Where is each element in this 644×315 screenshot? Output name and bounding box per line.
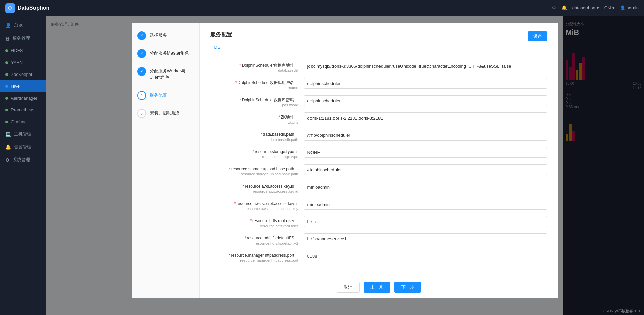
sidebar-item-label: 总览 xyxy=(14,22,23,28)
field-label-11: *resource.hdfs.fs.defaultFS： resource.hd… xyxy=(210,233,298,245)
field-label-5: *data.basedir.path： data.basedir.path xyxy=(210,130,298,142)
sidebar-item-overview[interactable]: 👤 总览 xyxy=(0,19,46,32)
tab-ds[interactable]: DS xyxy=(210,43,225,52)
step-5-circle: 5 xyxy=(137,109,146,118)
field-label-9: *resource.aws.secret.access.key： resourc… xyxy=(210,199,298,211)
step-2: ✓ 分配服务Master角色 xyxy=(137,49,194,67)
form-row-4: *ZK地址： zkUrls xyxy=(210,112,547,124)
field-input-5[interactable] xyxy=(304,130,547,141)
sidebar-item-label: 主机管理 xyxy=(14,131,31,137)
step-3: ✓ 分配服务Worker与Client角色 xyxy=(137,67,194,91)
form-row-8: *resource.aws.access.key.id： resource.aw… xyxy=(210,182,547,193)
step-2-label: 分配服务Master角色 xyxy=(150,50,189,56)
sidebar-item-hdfs[interactable]: HDFS xyxy=(0,45,46,57)
field-label-6: *resource.storage.type： resource.storage… xyxy=(210,147,298,159)
step-1: ✓ 选择服务 xyxy=(137,31,194,49)
sidebar-item-label: 服务管理 xyxy=(13,35,30,41)
field-label-8: *resource.aws.access.key.id： resource.aw… xyxy=(210,182,298,193)
step-2-circle: ✓ xyxy=(137,49,146,58)
cancel-button[interactable]: 取消 xyxy=(337,282,360,293)
sidebar-item-host-mgmt[interactable]: 💻 主机管理 xyxy=(0,128,46,141)
dot-icon xyxy=(5,97,8,100)
user-dropdown[interactable]: datasophon ▾ xyxy=(572,5,599,10)
form-row-9: *resource.aws.secret.access.key： resourc… xyxy=(210,199,547,211)
field-label-4: *ZK地址： zkUrls xyxy=(210,112,298,124)
overview-icon: 👤 xyxy=(5,23,11,28)
bell-icon[interactable]: 🔔 xyxy=(561,5,567,10)
field-input-12[interactable] xyxy=(304,251,547,261)
modal-overlay: ✓ 选择服务 ✓ 分配服务Master角色 ✓ xyxy=(46,16,644,315)
field-label-7: *resource.storage.upload.base.path： reso… xyxy=(210,164,298,176)
host-mgmt-icon: 💻 xyxy=(5,131,11,137)
form-row-1: *DolphinScheduler数据库地址： databaseUrl xyxy=(210,61,547,72)
sidebar: 👤 总览 ▦ 服务管理 HDFS YARN ZooKeeper Hive Ale… xyxy=(0,16,46,315)
dot-icon xyxy=(5,49,8,52)
modal-inner: 服务配置 保存 DS *DolphinScheduler数据库地址： datab… xyxy=(200,23,558,298)
form-row-3: *DolphinScheduler数据库密码： password xyxy=(210,95,547,107)
step-1-label: 选择服务 xyxy=(150,32,167,38)
field-label-2: *DolphinScheduler数据库用户名： username xyxy=(210,78,298,90)
sidebar-item-label: 系统管理 xyxy=(13,157,30,163)
form-area: 服务配置 保存 DS *DolphinScheduler数据库地址： datab… xyxy=(200,23,558,276)
sidebar-item-yarn[interactable]: YARN xyxy=(0,57,46,68)
form-title: 服务配置 xyxy=(210,31,232,38)
field-input-10[interactable] xyxy=(304,216,547,227)
prev-button[interactable]: 上一步 xyxy=(364,282,390,293)
sidebar-item-alert-mgmt[interactable]: 🔔 告警管理 xyxy=(0,141,46,153)
logo-icon: ⬡ xyxy=(5,3,15,13)
tab-bar: DS xyxy=(210,43,547,52)
service-mgmt-icon: ▦ xyxy=(5,36,10,41)
sidebar-item-service-mgmt[interactable]: ▦ 服务管理 xyxy=(0,32,46,45)
top-header: ⬡ DataSophon ⚙ 🔔 datasophon ▾ CN ▾ 👤 adm… xyxy=(0,0,644,16)
sidebar-item-prometheus[interactable]: Prometheus xyxy=(0,104,46,116)
lang-dropdown[interactable]: CN ▾ xyxy=(604,5,615,10)
step-4: 4 服务配置 xyxy=(137,91,194,109)
sidebar-item-label: AlertManager xyxy=(11,96,37,101)
field-input-4[interactable] xyxy=(304,112,547,123)
sidebar-item-zookeeper[interactable]: ZooKeeper xyxy=(0,68,46,80)
dot-icon xyxy=(5,121,8,123)
sidebar-item-label: Prometheus xyxy=(11,107,34,112)
form-row-10: *resource.hdfs.root.user： resource.hdfs.… xyxy=(210,216,547,228)
dot-icon xyxy=(5,73,8,76)
step-4-label: 服务配置 xyxy=(150,92,167,98)
sidebar-item-sys-mgmt[interactable]: ⚙ 系统管理 xyxy=(0,153,46,166)
field-input-1[interactable] xyxy=(304,61,547,71)
form-row-5: *data.basedir.path： data.basedir.path xyxy=(210,130,547,142)
step-5-label: 安装并启动服务 xyxy=(150,110,180,116)
field-label-1: *DolphinScheduler数据库地址： databaseUrl xyxy=(210,61,298,72)
step-5: 5 安装并启动服务 xyxy=(137,109,194,127)
step-3-circle: ✓ xyxy=(137,67,146,76)
modal-footer: 取消 上一步 下一步 xyxy=(200,276,558,298)
admin-user[interactable]: 👤 admin xyxy=(620,5,639,10)
sidebar-item-alertmanager[interactable]: AlertManager xyxy=(0,92,46,104)
next-button[interactable]: 下一步 xyxy=(394,282,421,293)
dot-icon xyxy=(5,61,8,64)
field-input-7[interactable] xyxy=(304,164,547,175)
dot-icon xyxy=(5,109,8,111)
field-input-9[interactable] xyxy=(304,199,547,210)
save-button[interactable]: 保存 xyxy=(528,31,547,41)
sidebar-item-hive[interactable]: Hive xyxy=(0,80,46,92)
sidebar-item-label: Grafana xyxy=(11,119,27,124)
form-row-7: *resource.storage.upload.base.path： reso… xyxy=(210,164,547,176)
sidebar-item-label: HDFS xyxy=(11,48,23,53)
field-input-2[interactable] xyxy=(304,78,547,89)
form-row-6: *resource.storage.type： resource.storage… xyxy=(210,147,547,159)
field-input-11[interactable] xyxy=(304,233,547,244)
header-right: ⚙ 🔔 datasophon ▾ CN ▾ 👤 admin xyxy=(552,5,639,10)
field-input-3[interactable] xyxy=(304,95,547,106)
field-label-12: *resource.manager.httpaddress.port： reso… xyxy=(210,251,298,262)
sys-mgmt-icon: ⚙ xyxy=(5,157,10,163)
content-area: 服务管理 / 组件 分配堆大小 MiB 10:00 10:30 Last * xyxy=(46,16,644,315)
field-input-6[interactable] xyxy=(304,147,547,158)
logo-area: ⬡ DataSophon xyxy=(5,3,49,13)
form-row-2: *DolphinScheduler数据库用户名： username xyxy=(210,78,547,90)
field-input-8[interactable] xyxy=(304,182,547,192)
sidebar-item-grafana[interactable]: Grafana xyxy=(0,116,46,128)
sidebar-item-label: ZooKeeper xyxy=(11,72,32,77)
form-row-11: *resource.hdfs.fs.defaultFS： resource.hd… xyxy=(210,233,547,245)
field-label-10: *resource.hdfs.root.user： resource.hdfs.… xyxy=(210,216,298,228)
settings-icon[interactable]: ⚙ xyxy=(552,5,556,10)
logo-text: DataSophon xyxy=(18,5,49,11)
